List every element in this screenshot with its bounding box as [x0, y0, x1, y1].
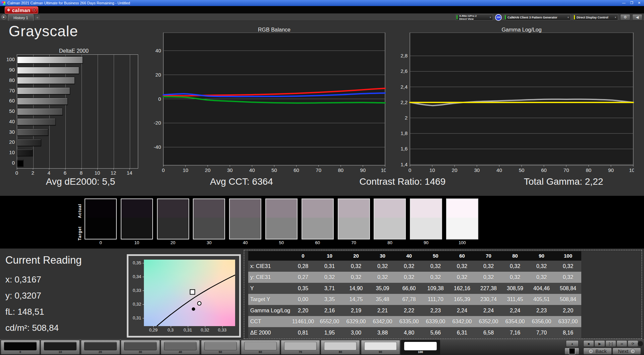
table-cell: 35,48 [369, 294, 396, 305]
pattern-thumb-20[interactable]: 20 [81, 340, 120, 355]
refresh-button[interactable]: ⟳ [628, 340, 638, 347]
reading-cdm2: cd/m²: 508,84 [5, 323, 59, 333]
back-button-label: Back [595, 348, 606, 354]
deltae-xtick [17, 168, 17, 170]
status-light [638, 341, 643, 347]
table-cell: 6342,00 [369, 316, 396, 327]
deltae-ytick-label: 90 [3, 67, 15, 73]
table-cell: 6356,00 [528, 316, 555, 327]
loop-button[interactable]: ∞ [616, 340, 627, 347]
svg-text:90: 90 [360, 167, 366, 173]
svg-text:20: 20 [205, 167, 211, 173]
close-button[interactable]: ✕ [638, 0, 641, 6]
table-cell: 6329,00 [343, 316, 369, 327]
swatch-actual-90 [411, 199, 441, 218]
calman-app-window: Calman 2021 Calman Ultimate for Business… [0, 0, 644, 355]
table-cell: 0,32 [528, 272, 555, 283]
pattern-thumb-60[interactable]: 60 [241, 340, 280, 355]
table-cell: 0,32 [502, 272, 528, 283]
meter-select-button[interactable]: X-Rite i1Pro 2 Direct View ▼ [455, 14, 493, 20]
table-row-label: CCT [248, 316, 290, 327]
pattern-thumb-80[interactable]: 80 [321, 340, 360, 355]
pattern-generator-name: CalMAN Client 3 Pattern Generator [507, 16, 565, 19]
table-row: CCT11461,006552,006329,006342,006335,006… [248, 316, 581, 327]
table-cell: 0,32 [343, 272, 369, 283]
deltae-xtick [113, 168, 114, 170]
pattern-thumb-90[interactable]: 90 [361, 340, 400, 355]
display-status-bar [574, 15, 575, 19]
calman-menu-button[interactable]: ❖ calman ▼ [5, 6, 38, 14]
cie-xtick [171, 326, 171, 327]
swatch-actual-50 [266, 199, 297, 218]
pattern-window-button[interactable] [565, 348, 579, 355]
deltae-xtick-label: 12 [111, 170, 116, 176]
table-header-row: 0102030405060708090100 [248, 251, 581, 261]
swatch-label: 50 [265, 240, 298, 245]
table-cell: 2,19 [343, 305, 369, 316]
play-button[interactable]: ▶ [594, 340, 605, 347]
display-control-name: Direct Display Control [577, 16, 612, 19]
table-cell: 35,09 [369, 283, 396, 294]
cie-chart-plot [144, 260, 235, 326]
source-status-bar [505, 15, 506, 19]
pattern-label: 10 [41, 350, 79, 354]
tab-scroll-button[interactable]: ▶ [1, 14, 6, 19]
add-tab-button[interactable]: + [35, 15, 40, 20]
minimize-button[interactable]: — [622, 0, 626, 6]
swatch-label: 80 [374, 240, 406, 245]
cie-overlay [144, 260, 235, 326]
chevron-down-icon: ▼ [567, 16, 569, 18]
table-cell: 4,80 [396, 327, 422, 338]
table-cell: 0,32 [396, 261, 422, 272]
contrast-ratio-summary: Contrast Ratio: 1469 [322, 176, 483, 187]
expand-pattern-panel-button[interactable]: ▲ [566, 340, 579, 347]
table-cell: 0,32 [449, 261, 475, 272]
svg-text:80: 80 [586, 167, 591, 173]
svg-text:-40: -40 [154, 144, 161, 150]
swatch-actual-70 [338, 199, 369, 218]
deltae-ytick-label: 100 [3, 56, 15, 62]
meter-mode: Direct View [459, 17, 487, 20]
pattern-thumb-40[interactable]: 40 [161, 340, 200, 355]
tab-history-1[interactable]: History 1 [8, 14, 34, 21]
collapse-panel-button[interactable]: ◀ [632, 14, 642, 20]
table-cell: 67,78 [396, 294, 422, 305]
cie-ytick [143, 291, 144, 291]
back-button[interactable]: « Back [583, 348, 612, 355]
pattern-generator-button[interactable]: CalMAN Client 3 Pattern Generator ▼ [504, 14, 571, 20]
deltae-bar-20 [17, 139, 41, 146]
pattern-thumb-10[interactable]: 10 [41, 340, 80, 355]
step-button[interactable]: [−] [605, 340, 616, 347]
deltae-xtick-label: 4 [48, 170, 50, 176]
table-row-label: ΔE 2000 [248, 327, 290, 338]
current-reading [198, 302, 201, 305]
swatch-40 [229, 198, 261, 239]
cie-xtick [153, 326, 154, 327]
pattern-thumb-70[interactable]: 70 [281, 340, 320, 355]
deltae-ytick-label: 20 [3, 139, 15, 145]
pattern-thumb-50[interactable]: 50 [201, 340, 240, 355]
table-cell: 0,32 [316, 272, 343, 283]
meter-count-badge[interactable]: 229 [495, 14, 502, 21]
cie-ytick-label: 0,34 [130, 274, 141, 279]
maximize-button[interactable]: ❐ [630, 0, 633, 6]
chevron-down-icon: ▼ [614, 16, 616, 18]
svg-text:0: 0 [158, 96, 161, 102]
cie-xtick [222, 326, 223, 327]
settings-button[interactable]: ⚙ [620, 14, 630, 20]
pattern-thumb-30[interactable]: 30 [121, 340, 160, 355]
table-cell: 66,60 [396, 283, 422, 294]
table-cell: 7,16 [502, 327, 528, 338]
swatch-actual-60 [302, 199, 333, 218]
pattern-thumb-100[interactable]: 100 [401, 340, 440, 355]
table-cell: 0,32 [396, 272, 422, 283]
stop-button[interactable]: ■ [583, 340, 594, 347]
measurement-table: 0102030405060708090100x: CIE310,280,310,… [248, 251, 581, 338]
deltae-xtick-label: 6 [64, 170, 66, 176]
display-control-button[interactable]: Direct Display Control ▼ [573, 14, 618, 20]
deltae-bar-40 [17, 118, 56, 125]
pattern-thumb-0[interactable]: 0 [1, 340, 40, 355]
next-button[interactable]: Next » [612, 348, 641, 355]
deltae-xtick-label: 10 [95, 170, 100, 176]
table-cell: 2,23 [422, 305, 449, 316]
